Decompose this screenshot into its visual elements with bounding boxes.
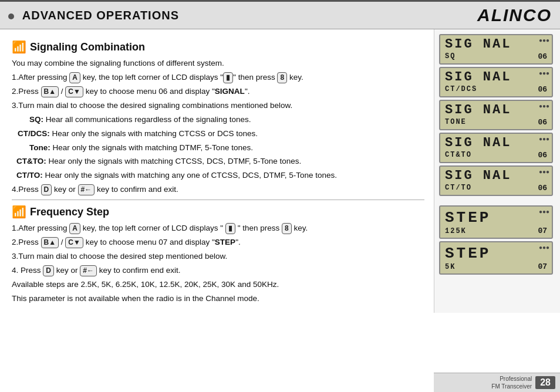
corner-icon-step1: ●●●	[539, 208, 549, 215]
lcd-sq-num: 06	[538, 52, 547, 61]
lcd-signal-tone-subrow: TONE 06	[445, 118, 547, 127]
signaling-tone: Tone: Hear only the signals with matchin…	[12, 142, 424, 154]
lcd-step-5k-text: STEP	[445, 245, 547, 262]
key-d-freq: D	[43, 265, 54, 276]
footer-label: Professional FM Transceiver	[491, 375, 532, 390]
lcd-tone-num: 06	[538, 118, 547, 127]
corner-icon-ctdcs: ●●●	[539, 70, 549, 76]
lcd-tone-label: TONE	[445, 118, 467, 126]
signaling-intro: You may combine the signaling functions …	[12, 58, 424, 70]
page-title: ADVANCED OPERATIONS	[8, 9, 179, 22]
lcd-ctto-num: 06	[538, 151, 547, 160]
freq-step4: 4. Press D key or #← key to confirm end …	[12, 265, 424, 277]
lcd-step-125k-text: STEP	[445, 209, 547, 227]
wave-icon: 📶	[12, 40, 26, 54]
lcd-sq-label: SQ	[445, 52, 456, 60]
alinco-logo: ALINCO	[477, 5, 552, 25]
lcd-signal-ctto2: ●●● SIG NAL CT/TO 06	[439, 165, 553, 196]
key-f-icon: ▮	[223, 72, 233, 83]
key-f-icon-freq: ▮	[225, 223, 235, 234]
lcd-signal-sq: ●●● SIG NAL SQ 06	[439, 34, 553, 65]
page-number: 28	[535, 376, 555, 389]
freq-step3: 3.Turn main dial to choose the desired s…	[12, 251, 424, 263]
lcd-signal-ctdcs-text: SIG NAL	[445, 70, 547, 85]
corner-icon-step2: ●●●	[539, 244, 549, 251]
lcd-spacer	[439, 198, 553, 203]
signaling-heading: 📶 Signaling Combination	[12, 40, 424, 54]
key-hash-freq: #←	[80, 265, 97, 276]
lcd-ctto-label: CT&TO	[445, 151, 472, 159]
lcd-ctto2-label: CT/TO	[445, 184, 472, 192]
lcd-step-5k-num: 07	[538, 262, 547, 271]
key-8: 8	[277, 72, 287, 83]
page-footer: Professional FM Transceiver 28	[434, 373, 560, 392]
lcd-signal-ctto: ●●● SIG NAL CT&TO 06	[439, 133, 553, 163]
lcd-signal-ctto-text: SIG NAL	[445, 136, 547, 150]
lcd-step-5k-label: 5K	[445, 263, 456, 271]
corner-icon-ctto: ●●●	[539, 136, 549, 142]
wave-icon-2: 📶	[12, 205, 26, 219]
lcd-step-125k-num: 07	[538, 227, 547, 235]
key-8-freq: 8	[282, 223, 292, 234]
header-bar: ADVANCED OPERATIONS ALINCO	[0, 0, 560, 29]
lcd-ctto2-num: 06	[538, 184, 547, 192]
signaling-ctdcs: CT/DCS: Hear only the signals with match…	[12, 128, 424, 140]
signaling-step4: 4.Press D key or #← key to confirm and e…	[12, 184, 424, 196]
lcd-step-125k-label: 125K	[445, 227, 467, 235]
bullet-icon	[8, 13, 14, 19]
key-b-up-freq: B▲	[41, 237, 59, 248]
signaling-step2: 2.Press B▲ / C▼ key to choose menu 06 an…	[12, 86, 424, 98]
main-content: 📶 Signaling Combination You may combine …	[0, 29, 560, 313]
freq-avail: Available steps are 2.5K, 5K, 6.25K, 10K…	[12, 279, 424, 291]
key-c-down: C▼	[65, 86, 83, 97]
lcd-signal-tone-text: SIG NAL	[445, 103, 547, 117]
section-divider	[12, 200, 424, 200]
corner-icon-ctto2: ●●●	[539, 168, 549, 175]
key-a: A	[69, 72, 80, 83]
key-hash: #←	[78, 184, 95, 195]
key-d-confirm: D	[41, 184, 52, 195]
freq-note: This parameter is not available when the…	[12, 293, 424, 305]
lcd-step-125k: ●●● STEP 125K 07	[439, 205, 553, 239]
lcd-ctdcs-label: CT/DCS	[445, 85, 477, 93]
lcd-step-5k: ●●● STEP 5K 07	[439, 241, 553, 275]
key-c-down-freq: C▼	[65, 237, 83, 248]
corner-icon-tone: ●●●	[539, 103, 549, 109]
freq-step1: 1.After pressing A key, the top left cor…	[12, 222, 424, 235]
lcd-step-5k-subrow: 5K 07	[445, 262, 547, 271]
lcd-ctdcs-num: 06	[538, 85, 547, 94]
lcd-area: ●●● SIG NAL SQ 06 ●●● SIG NAL CT/DCS 06 …	[434, 29, 560, 313]
text-area: 📶 Signaling Combination You may combine …	[0, 29, 434, 313]
signaling-sq: SQ: Hear all communications regardless o…	[12, 114, 424, 126]
signaling-step1: 1.After pressing A key, the top left cor…	[12, 72, 424, 84]
signaling-step3: 3.Turn main dial to choose the desired s…	[12, 100, 424, 112]
lcd-signal-ctto2-subrow: CT/TO 06	[445, 184, 547, 192]
signaling-ctto: CT&TO: Hear only the signals with matchi…	[12, 156, 424, 168]
key-b-up: B▲	[41, 86, 59, 97]
lcd-signal-sq-subrow: SQ 06	[445, 52, 547, 61]
lcd-signal-tone: ●●● SIG NAL TONE 06	[439, 100, 553, 130]
lcd-signal-sq-text: SIG NAL	[445, 38, 547, 52]
key-a-freq: A	[69, 223, 80, 234]
lcd-signal-ctdcs-subrow: CT/DCS 06	[445, 85, 547, 94]
lcd-signal-ctto2-text: SIG NAL	[445, 169, 547, 183]
lcd-signal-ctto-subrow: CT&TO 06	[445, 151, 547, 160]
frequency-heading: 📶 Frequency Step	[12, 205, 424, 219]
corner-icon-sq: ●●●	[539, 37, 549, 43]
lcd-step-125k-subrow: 125K 07	[445, 227, 547, 235]
freq-step2: 2.Press B▲ / C▼ key to choose menu 07 an…	[12, 236, 424, 249]
signaling-ctto2: CT/TO: Hear only the signals with matchi…	[12, 170, 424, 182]
lcd-signal-ctdcs: ●●● SIG NAL CT/DCS 06	[439, 67, 553, 97]
